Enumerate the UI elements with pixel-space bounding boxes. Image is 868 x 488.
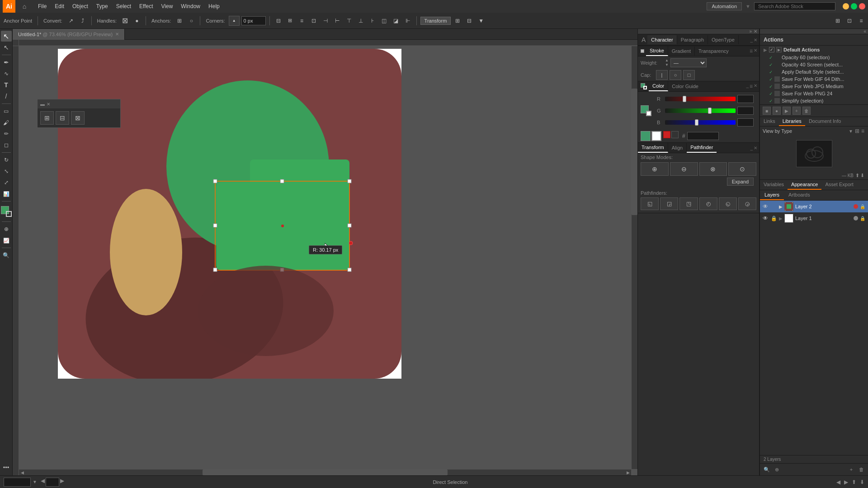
grid-view-icon[interactable]: ⊞ [855, 128, 859, 134]
graph2-tool[interactable]: 📈 [1, 235, 12, 246]
group-expand-icon[interactable]: ▶ [764, 47, 767, 52]
layer2-vis-icon[interactable] [854, 204, 858, 209]
zoom-tool[interactable]: 🔍 [1, 250, 12, 261]
play-btn[interactable]: ▶ [783, 107, 791, 115]
selection-tool[interactable]: ↖ [1, 31, 12, 42]
char-collapse-icon[interactable]: _ [750, 38, 753, 42]
document-tab[interactable]: Untitled-1* @ 73.46% (RGB/GPU Preview) ✕ [13, 29, 125, 40]
transform-button[interactable]: Transform [420, 17, 451, 25]
tab-paragraph[interactable]: Paragraph [677, 35, 708, 44]
toolbar-right-icon2[interactable]: ⊡ [844, 16, 854, 26]
menu-type[interactable]: Type [93, 2, 112, 10]
menu-file[interactable]: File [34, 2, 50, 10]
tab-artboards[interactable]: Artboards [784, 190, 815, 200]
stroke-menu-icon[interactable]: ≡ [750, 48, 753, 54]
anchors-show[interactable]: ⊞ [175, 16, 184, 26]
layer1-expand-icon[interactable]: ▶ [779, 216, 783, 221]
weight-down[interactable]: ▼ [665, 63, 669, 67]
convert-tool-1[interactable]: ↗ [66, 16, 76, 26]
shape-mode-4[interactable]: ⊙ [728, 162, 756, 176]
action-item-1[interactable]: ✓ Opacity 40 Screen (select... [760, 61, 868, 68]
stroke-color-swatch[interactable] [6, 211, 12, 217]
tab-transform[interactable]: Transform [638, 143, 668, 153]
align-icon-8[interactable]: ⊥ [356, 16, 366, 26]
r-slider[interactable] [665, 97, 736, 101]
type-tool[interactable]: T [1, 80, 12, 90]
symbol-spray-tool[interactable]: ⊕ [1, 224, 12, 235]
pathfinder-3[interactable]: ◳ [679, 197, 698, 210]
menu-effect[interactable]: Effect [136, 2, 156, 10]
collapse-icon[interactable]: ▬ [40, 102, 45, 107]
action-item-6[interactable]: ✓ Simplify (selection) [760, 97, 868, 104]
layer-row-1[interactable]: 👁 🔒 ▶ Layer 1 🔒 [760, 212, 868, 224]
align-icon-11[interactable]: ◪ [391, 16, 401, 26]
tab-transparency[interactable]: Transparency [695, 47, 732, 56]
pathfinder-6[interactable]: ◶ [738, 197, 756, 210]
anchors-hide[interactable]: ○ [186, 16, 196, 26]
shape-mode-2[interactable]: ⊖ [670, 162, 698, 176]
vertical-scrollbar[interactable] [631, 46, 637, 469]
scale-tool[interactable]: ⤡ [1, 166, 12, 177]
menu-edit[interactable]: Edit [51, 2, 68, 10]
cap-round[interactable]: ○ [670, 70, 681, 80]
color-menu-icon[interactable]: ≡ [750, 83, 753, 89]
pathfinder-close[interactable]: ✕ [754, 145, 757, 150]
b-slider-thumb[interactable] [695, 119, 698, 126]
h-scroll-thumb[interactable] [203, 469, 448, 475]
align-icon-12[interactable]: ⊩ [403, 16, 413, 26]
v-scroll-thumb[interactable] [632, 89, 637, 216]
minimize-button[interactable] [843, 3, 849, 9]
handles-dot[interactable]: ● [132, 16, 142, 26]
hex-stroke-preview[interactable] [651, 131, 661, 141]
layer1-lock-icon[interactable]: 🔒 [771, 216, 777, 221]
paintbrush-tool[interactable]: 🖌 [1, 117, 12, 128]
close-icon[interactable]: ✕ [47, 102, 50, 107]
tab-pathfinder[interactable]: Pathfinder [687, 143, 717, 153]
layer-row-2[interactable]: 👁 ▶ Layer 2 🔒 [760, 201, 868, 212]
pathfinder-1[interactable]: ◱ [641, 197, 659, 210]
size-icon-1[interactable]: ⬆ [855, 173, 859, 178]
menu-object[interactable]: Object [69, 2, 92, 10]
stop-btn[interactable]: ■ [763, 107, 771, 115]
black-icon[interactable] [671, 131, 679, 138]
automation-dropdown-icon[interactable]: ▼ [745, 4, 750, 9]
eraser-tool[interactable]: ◻ [1, 140, 12, 150]
tab-character[interactable]: Character [647, 35, 677, 44]
color-panel-close[interactable]: ✕ [754, 83, 757, 89]
align-icon-2[interactable]: ⊞ [285, 16, 295, 26]
zoom-input[interactable]: 73.46% [4, 478, 31, 487]
collapse-arrow[interactable]: » [749, 29, 752, 34]
new-action-btn[interactable]: + [793, 107, 801, 115]
g-slider-thumb[interactable] [708, 108, 712, 114]
r-slider-thumb[interactable] [683, 96, 686, 102]
stroke-box[interactable] [646, 111, 651, 116]
tab-color-guide[interactable]: Color Guide [668, 82, 702, 91]
pathfinder-4[interactable]: ◴ [699, 197, 717, 210]
rectangle-tool[interactable]: ▭ [1, 106, 12, 117]
group-checkbox[interactable]: ✓ [769, 47, 774, 52]
hex-input[interactable]: 409B6B [687, 132, 719, 140]
graph-tool[interactable]: 📊 [1, 188, 12, 199]
align-icon-4[interactable]: ⊡ [309, 16, 319, 26]
convert-tool-2[interactable]: ⤴ [78, 16, 88, 26]
action-item-5[interactable]: ✓ Save For Web PNG 24 [760, 90, 868, 97]
list-view-icon[interactable]: ≡ [861, 128, 864, 134]
stroke-close-icon[interactable]: ✕ [754, 48, 757, 54]
anchor-icon-3[interactable]: ⊠ [71, 111, 85, 125]
layer1-vis-icon[interactable] [854, 216, 858, 221]
layer2-eye-icon[interactable]: 👁 [763, 203, 769, 210]
pathfinder-collapse[interactable]: _ [750, 145, 753, 150]
home-button[interactable]: ⌂ [19, 1, 30, 12]
cap-square[interactable]: □ [683, 70, 695, 80]
horizontal-scrollbar[interactable]: ◀ ▶ [19, 469, 631, 475]
char-panel-icon[interactable]: A [638, 34, 647, 45]
transform-dropdown[interactable]: ▼ [476, 16, 486, 26]
pathfinder-2[interactable]: ◲ [660, 197, 678, 210]
tab-appearance[interactable]: Appearance [788, 180, 821, 190]
r-value-input[interactable]: 64 [737, 95, 754, 103]
layer2-expand-icon[interactable]: ▶ [779, 204, 783, 209]
tab-document-info[interactable]: Document Info [805, 117, 845, 126]
align-icon-6[interactable]: ⊢ [332, 16, 342, 26]
delete-layer-btn[interactable]: 🗑 [857, 465, 865, 474]
new-layer-btn[interactable]: + [847, 465, 855, 474]
